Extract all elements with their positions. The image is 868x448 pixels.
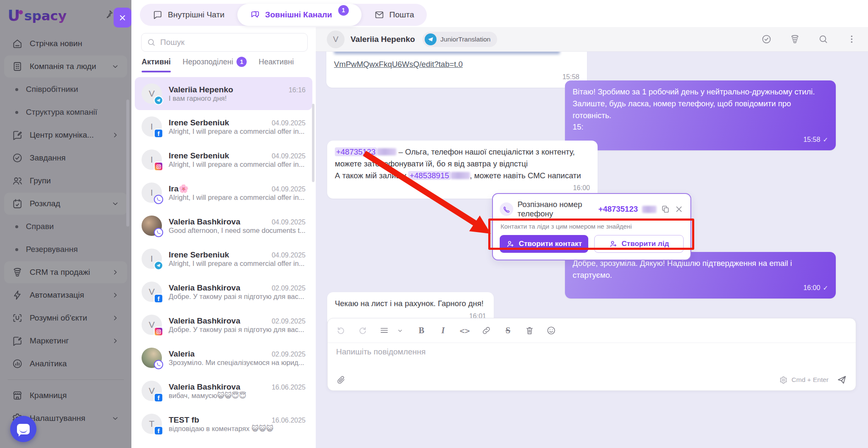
link-icon[interactable] xyxy=(481,326,491,335)
message-text: Вітаю! Зробимо за 1 робочий день у нейтр… xyxy=(573,86,828,133)
search-messages-icon[interactable] xyxy=(818,34,829,44)
message-text: +48735123 – Ольга, телефон нашої спеціал… xyxy=(335,146,590,181)
channel-chip[interactable]: JuniorTranslation xyxy=(423,32,497,47)
redo-icon xyxy=(358,326,367,335)
avatar: Vf xyxy=(142,381,162,401)
search-icon xyxy=(147,38,156,47)
chat-list-item[interactable]: VfValeria Bashkirova16.06.2025вибач, мам… xyxy=(135,374,312,407)
viber-icon xyxy=(154,228,163,237)
avatar: V xyxy=(142,83,162,104)
create-contact-button[interactable]: Створити контакт xyxy=(500,235,588,253)
facebook-icon: f xyxy=(154,129,163,138)
chat-list-item[interactable]: IIrene Serbeniuk04.09.2025Alright, I wil… xyxy=(135,242,312,275)
message-input[interactable] xyxy=(336,347,847,369)
contact-name: Valeria Bashkirova xyxy=(169,316,240,326)
italic-icon[interactable]: I xyxy=(438,326,448,335)
person-add-icon xyxy=(506,240,515,248)
chat-items: VValeriia Hepenko16:16І вам гарного дня!… xyxy=(131,77,316,440)
popup-subtitle: Контакти та ліди з цим номером не знайде… xyxy=(501,223,683,230)
viber-icon xyxy=(154,195,163,204)
chat-list-item[interactable]: TfTEST fb16.06.2025відповідаю в коментар… xyxy=(135,407,312,440)
avatar: V xyxy=(327,30,345,48)
chat-list-tabs: АктивніНерозподілені1Неактивні xyxy=(142,57,294,73)
message-preview: Alright, I will prepare a commercial off… xyxy=(169,127,305,135)
trash-icon[interactable] xyxy=(525,326,534,335)
chat-list-item[interactable]: IIra🌸04.09.2025Alright, I will prepare a… xyxy=(135,176,312,209)
message-bubble-incoming: VmPwMQwxFkqU6WsQ/edit?tab=t.015:58 xyxy=(326,52,587,88)
timestamp: 02.09.2025 xyxy=(272,318,306,325)
contact-name: Valeria Bashkirova xyxy=(169,217,240,227)
contact-name: Valeria xyxy=(169,349,195,359)
tab-external-channels[interactable]: Зовнішні Канали1 xyxy=(237,4,362,26)
message-preview: Зрозуміло. Ми спеціалізуємося на юрид... xyxy=(169,359,304,366)
person-add-icon xyxy=(609,240,618,248)
avatar: I xyxy=(142,249,162,269)
timestamp: 04.09.2025 xyxy=(272,185,306,193)
chat-list-item[interactable]: Valeria Bashkirova04.09.2025Good afterno… xyxy=(135,209,312,242)
chat-list-scrollbar[interactable] xyxy=(312,104,314,182)
copy-icon[interactable] xyxy=(661,205,670,214)
sidebar-scrollbar[interactable] xyxy=(126,100,129,227)
header-actions xyxy=(761,34,857,44)
send-settings-icon[interactable] xyxy=(779,376,787,384)
chat-search[interactable] xyxy=(141,33,308,52)
popup-phone-number[interactable]: +48735123 xyxy=(598,205,638,214)
tab-internal-chats[interactable]: Внутрішні Чати xyxy=(140,4,237,26)
align-icon[interactable] xyxy=(379,326,389,335)
chat-list-item[interactable]: VValeria Bashkirova02.09.2025Добре. У та… xyxy=(135,308,312,341)
chat-list-item[interactable]: IIrene Serbeniuk04.09.2025Alright, I wil… xyxy=(135,143,312,176)
sidebar-close-button[interactable] xyxy=(114,8,131,28)
message-preview: вибач, мамусю😺😺😇😇 xyxy=(169,392,246,399)
message-preview: Good afternoon, I need some documents t.… xyxy=(169,227,306,234)
create-lead-button[interactable]: Створити лід xyxy=(594,235,684,253)
attach-icon[interactable] xyxy=(336,375,346,385)
kebab-menu-icon[interactable] xyxy=(846,34,857,44)
message-time: 15:58✓ xyxy=(573,135,828,145)
avatar: I xyxy=(142,183,162,203)
composer-footer: Cmd + Enter xyxy=(328,369,856,390)
popup-title: Розпізнано номер телефону xyxy=(517,200,593,218)
chat-list-item[interactable]: IfIrene Serbeniuk04.09.2025Alright, I wi… xyxy=(135,110,312,143)
message-preview: Alright, I will prepare a commercial off… xyxy=(169,160,305,168)
contact-name: Valeria Bashkirova xyxy=(169,382,240,392)
avatar: I xyxy=(142,149,162,170)
emoji-icon[interactable] xyxy=(546,326,556,335)
tab-mail[interactable]: Пошта xyxy=(362,4,427,26)
contact-name: Ira🌸 xyxy=(169,184,189,194)
contact-name: Irene Serbeniuk xyxy=(169,118,229,127)
sent-check-icon: ✓ xyxy=(823,136,828,143)
conversation-panel: V Valeriia Hepenko JuniorTranslation xyxy=(316,0,868,448)
contact-name: Irene Serbeniuk xyxy=(169,151,229,160)
unread-badge: 1 xyxy=(338,5,349,16)
chat-list-item[interactable]: VValeriia Hepenko16:16І вам гарного дня! xyxy=(135,77,312,110)
timestamp: 02.09.2025 xyxy=(272,285,306,292)
telegram-icon xyxy=(154,261,163,270)
telegram-icon xyxy=(425,33,437,45)
support-chat-launcher[interactable] xyxy=(10,416,36,442)
contact-name: TEST fb xyxy=(169,415,199,425)
message-preview: відповідаю в коментарях 😺😺😺 xyxy=(169,425,273,432)
code-icon[interactable]: <> xyxy=(460,326,470,335)
bold-icon[interactable]: B xyxy=(417,326,426,335)
document-link[interactable]: VmPwMQwxFkqU6WsQ/edit?tab=t.0 xyxy=(334,60,463,69)
phone-number-link[interactable]: +48538915 xyxy=(408,171,450,180)
close-icon[interactable] xyxy=(674,205,684,214)
crm-funnel-icon[interactable] xyxy=(790,34,800,44)
list-tab-Неактивні[interactable]: Неактивні xyxy=(259,58,294,72)
chat-list-item[interactable]: Valeria02.09.2025Зрозуміло. Ми спеціаліз… xyxy=(135,341,312,374)
search-input[interactable] xyxy=(160,38,302,47)
strike-icon[interactable]: S xyxy=(503,326,513,335)
send-shortcut-hint: Cmd + Enter xyxy=(792,376,829,384)
chat-list-item[interactable]: VfValeria Bashkirova02.09.2025Добре. У т… xyxy=(135,275,312,308)
send-icon[interactable] xyxy=(836,374,847,385)
chevron-down-icon[interactable] xyxy=(395,326,405,335)
mark-read-icon[interactable] xyxy=(761,34,772,44)
pin-icon[interactable] xyxy=(104,9,114,20)
phone-number-link[interactable]: +48735123 xyxy=(335,147,377,156)
redacted-phone-part xyxy=(451,172,470,179)
phone-recognition-popup: Розпізнано номер телефону +48735123 Конт… xyxy=(492,193,691,260)
message-bubble-outgoing: Вітаю! Зробимо за 1 робочий день у нейтр… xyxy=(565,80,836,150)
list-tab-Нерозподілені[interactable]: Нерозподілені1 xyxy=(183,57,247,73)
instagram-icon xyxy=(154,162,163,171)
list-tab-Активні[interactable]: Активні xyxy=(142,58,171,72)
